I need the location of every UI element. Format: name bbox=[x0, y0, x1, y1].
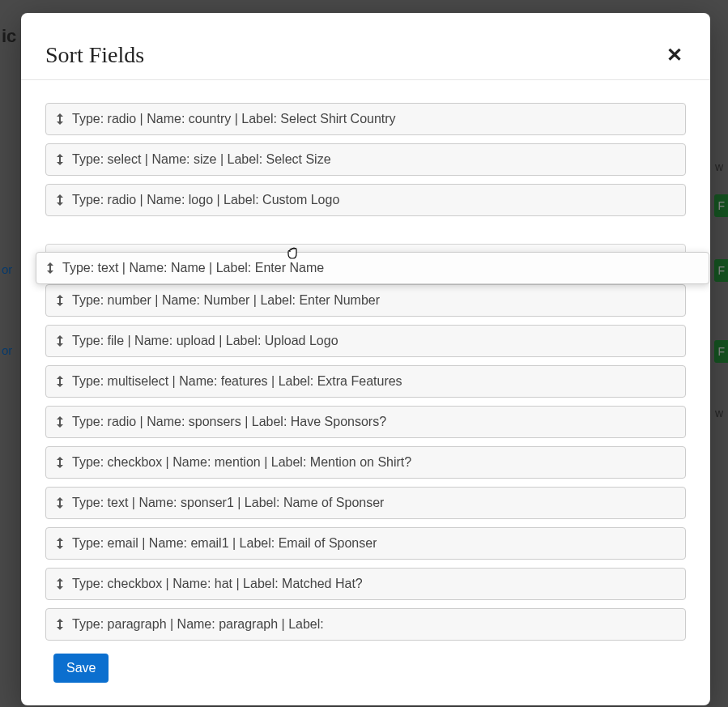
field-item-label: Type: radio | Name: country | Label: Sel… bbox=[72, 112, 396, 126]
field-item[interactable]: Type: select | Name: size | Label: Selec… bbox=[45, 143, 686, 176]
modal-title: Sort Fields bbox=[45, 42, 144, 68]
drag-handle-icon[interactable] bbox=[56, 194, 64, 206]
field-item[interactable]: Type: checkbox | Name: hat | Label: Matc… bbox=[45, 568, 686, 600]
drag-handle-icon[interactable] bbox=[56, 416, 64, 428]
field-item-label: Type: checkbox | Name: mention | Label: … bbox=[72, 455, 411, 470]
field-item-label: Type: file | Name: upload | Label: Uploa… bbox=[72, 334, 338, 348]
drag-handle-icon[interactable] bbox=[56, 497, 64, 509]
drag-handle-icon[interactable] bbox=[56, 376, 64, 387]
field-item-label: Type: select | Name: size | Label: Selec… bbox=[72, 152, 331, 167]
field-item[interactable]: Type: radio | Name: sponsers | Label: Ha… bbox=[45, 406, 686, 438]
drag-handle-icon[interactable] bbox=[46, 262, 54, 274]
field-item-label: Type: paragraph | Name: paragraph | Labe… bbox=[72, 617, 324, 632]
drag-handle-icon[interactable] bbox=[56, 154, 64, 165]
field-item[interactable]: Type: multiselect | Name: features | Lab… bbox=[45, 365, 686, 398]
field-item[interactable]: Type: checkbox | Name: mention | Label: … bbox=[45, 446, 686, 479]
modal-body: Type: radio | Name: country | Label: Sel… bbox=[21, 80, 710, 705]
sortable-field-list[interactable]: Type: radio | Name: country | Label: Sel… bbox=[45, 103, 686, 641]
field-item-label: Type: text | Name: sponser1 | Label: Nam… bbox=[72, 496, 384, 510]
field-item-label: Type: email | Name: email1 | Label: Emai… bbox=[72, 536, 377, 551]
drag-handle-icon[interactable] bbox=[56, 578, 64, 590]
drag-handle-icon[interactable] bbox=[56, 113, 64, 125]
dragging-field-item[interactable]: Type: text | Name: Name | Label: Enter N… bbox=[36, 252, 709, 284]
modal-footer: Save bbox=[45, 641, 686, 688]
field-item-label: Type: checkbox | Name: hat | Label: Matc… bbox=[72, 577, 363, 591]
field-item[interactable]: Type: email | Name: email1 | Label: Emai… bbox=[45, 527, 686, 560]
field-item[interactable]: Type: text | Name: sponser1 | Label: Nam… bbox=[45, 487, 686, 519]
field-item-label: Type: multiselect | Name: features | Lab… bbox=[72, 374, 402, 389]
field-item-label: Type: radio | Name: logo | Label: Custom… bbox=[72, 193, 339, 207]
field-item-label: Type: number | Name: Number | Label: Ent… bbox=[72, 293, 380, 308]
drag-handle-icon[interactable] bbox=[56, 295, 64, 306]
field-item[interactable]: Type: file | Name: upload | Label: Uploa… bbox=[45, 325, 686, 357]
field-item[interactable]: Type: radio | Name: logo | Label: Custom… bbox=[45, 184, 686, 216]
field-item-label: Type: text | Name: Name | Label: Enter N… bbox=[62, 261, 324, 275]
save-button[interactable]: Save bbox=[53, 654, 109, 683]
drag-handle-icon[interactable] bbox=[56, 538, 64, 549]
drag-handle-icon[interactable] bbox=[56, 335, 64, 347]
drag-handle-icon[interactable] bbox=[56, 457, 64, 468]
modal-header: Sort Fields ✕ bbox=[21, 13, 710, 80]
field-item[interactable]: Type: radio | Name: country | Label: Sel… bbox=[45, 103, 686, 135]
field-item[interactable]: Type: paragraph | Name: paragraph | Labe… bbox=[45, 608, 686, 641]
drop-placeholder bbox=[45, 224, 686, 236]
close-button[interactable]: ✕ bbox=[663, 42, 686, 68]
drag-handle-icon[interactable] bbox=[56, 619, 64, 630]
sort-fields-modal: Sort Fields ✕ Type: radio | Name: countr… bbox=[21, 13, 710, 705]
field-item-label: Type: radio | Name: sponsers | Label: Ha… bbox=[72, 415, 386, 429]
field-item[interactable]: Type: number | Name: Number | Label: Ent… bbox=[45, 284, 686, 317]
